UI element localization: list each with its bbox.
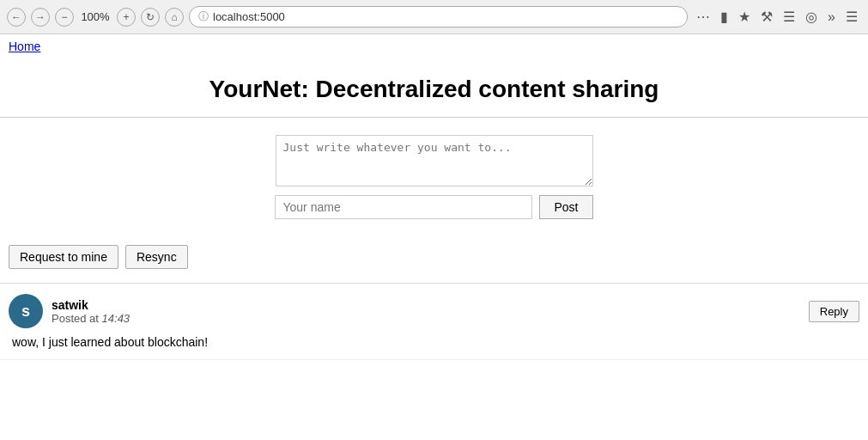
browser-actions: ⋯ ▮ ★ ⚒ ☰ ◎ » ☰	[693, 7, 861, 27]
url-display: localhost:5000	[213, 10, 285, 23]
post-form: Post	[0, 135, 868, 219]
lock-icon: ⓘ	[198, 9, 209, 24]
bookmark-button[interactable]: ★	[735, 7, 754, 27]
zoom-in-button[interactable]: +	[117, 8, 136, 27]
post-textarea[interactable]	[276, 135, 593, 186]
browser-chrome: ← → − 100% + ↻ ⌂ ⓘ localhost:5000 ⋯ ▮ ★ …	[0, 0, 868, 34]
action-buttons: Request to mine Resync	[0, 236, 868, 283]
post-item: s satwik Posted at 14:43 Reply wow, I ju…	[0, 284, 868, 360]
refresh-button[interactable]: ↻	[141, 8, 160, 27]
posts-list: s satwik Posted at 14:43 Reply wow, I ju…	[0, 284, 868, 360]
posted-at-label: Posted at	[52, 312, 99, 325]
post-header: s satwik Posted at 14:43 Reply	[9, 294, 859, 328]
minimize-button[interactable]: −	[55, 8, 74, 27]
post-author-info: satwik Posted at 14:43	[52, 298, 130, 325]
menu-dots-button[interactable]: ⋯	[693, 7, 713, 27]
post-header-left: s satwik Posted at 14:43	[9, 294, 130, 328]
timestamp-value: 14:43	[102, 312, 131, 325]
address-bar[interactable]: ⓘ localhost:5000	[189, 6, 688, 28]
tools-button[interactable]: ⚒	[757, 7, 776, 27]
avatar: s	[9, 294, 43, 328]
post-button[interactable]: Post	[539, 195, 592, 219]
avatar-letter: s	[21, 302, 30, 321]
page-content: Home YourNet: Decentralized content shar…	[0, 34, 868, 360]
post-content: wow, I just learned about blockchain!	[9, 335, 859, 349]
extensions-button[interactable]: »	[824, 8, 839, 27]
post-timestamp: Posted at 14:43	[52, 312, 130, 325]
name-input[interactable]	[275, 195, 532, 219]
zoom-level: 100%	[79, 10, 112, 23]
request-to-mine-button[interactable]: Request to mine	[9, 245, 118, 269]
pocket-button[interactable]: ▮	[717, 7, 731, 27]
avatar-button[interactable]: ◎	[802, 7, 821, 27]
home-link[interactable]: Home	[9, 40, 40, 53]
reply-button[interactable]: Reply	[809, 301, 859, 322]
resync-button[interactable]: Resync	[125, 245, 188, 269]
post-form-row: Post	[275, 195, 592, 219]
home-nav-button[interactable]: ⌂	[165, 8, 184, 27]
post-author-name: satwik	[52, 298, 130, 312]
library-button[interactable]: ☰	[780, 7, 798, 27]
forward-button[interactable]: →	[31, 8, 50, 27]
hamburger-button[interactable]: ☰	[842, 7, 861, 27]
back-button[interactable]: ←	[7, 8, 26, 27]
nav-bar: Home	[0, 34, 868, 58]
page-title: YourNet: Decentralized content sharing	[0, 58, 868, 117]
title-divider	[0, 117, 868, 118]
